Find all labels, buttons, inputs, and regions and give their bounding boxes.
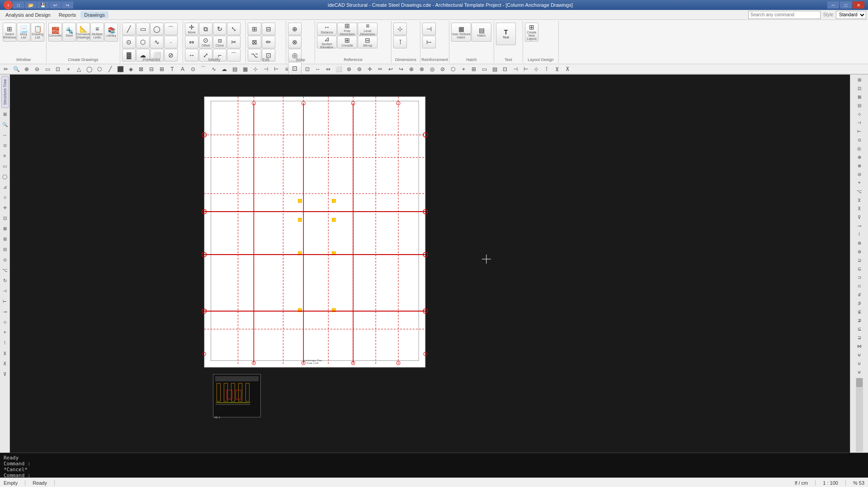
rt-23[interactable]: ⊆ [855, 265, 863, 273]
lsb-13[interactable]: ⊞ [0, 234, 9, 243]
prim-circle-btn[interactable]: ◯ [150, 23, 164, 35]
lsb-11[interactable]: ⊡ [0, 213, 9, 222]
t2-48[interactable]: ▤ [490, 65, 500, 74]
t2-38[interactable]: ↩ [386, 65, 396, 74]
t2-11[interactable]: ╱ [105, 65, 115, 74]
new-btn[interactable]: □ [13, 1, 24, 9]
rt-19[interactable]: ⊺ [855, 230, 863, 238]
t2-49[interactable]: ⊡ [500, 65, 510, 74]
rt-22[interactable]: ⊇ [855, 256, 863, 264]
undo-btn[interactable]: ↩ [49, 1, 61, 9]
prim-arc-btn[interactable]: ⌒ [164, 23, 178, 35]
t2-44[interactable]: ⬡ [448, 65, 458, 74]
hatch-btn[interactable]: ▤Hatch [472, 23, 491, 42]
t2-51[interactable]: ⊢ [521, 65, 531, 74]
t2-54[interactable]: ⊻ [552, 65, 562, 74]
lsb-20[interactable]: ⊸ [0, 307, 9, 316]
t2-36[interactable]: ✛ [365, 65, 375, 74]
rt-33[interactable]: ⊌ [855, 350, 863, 359]
open-btn[interactable]: 📂 [25, 1, 37, 9]
menu-analysis[interactable]: Analysis and Design [2, 11, 54, 19]
lsb-10[interactable]: ✛ [0, 203, 9, 212]
rt-20[interactable]: ⊛ [855, 239, 863, 247]
snap4-btn[interactable]: ⊡ [288, 62, 302, 75]
scale-btn[interactable]: ⤡ [227, 23, 241, 35]
lsb-23[interactable]: ⊺ [0, 338, 9, 347]
rt-6[interactable]: ⊣ [855, 118, 863, 127]
level-dimension-btn[interactable]: ≡LevelDimension [358, 23, 377, 35]
mirror-btn[interactable]: ⇔ [185, 36, 198, 48]
rt-34[interactable]: ⊍ [855, 359, 863, 367]
t2-39[interactable]: ↪ [396, 65, 406, 74]
t2-45[interactable]: ⌖ [458, 65, 468, 74]
rt-7[interactable]: ⊢ [855, 127, 863, 135]
rt-17[interactable]: ⊽ [855, 213, 863, 221]
redo-btn[interactable]: ↪ [61, 1, 73, 9]
t2-40[interactable]: ⊕ [406, 65, 416, 74]
trim-btn[interactable]: ✂ [227, 36, 241, 48]
create-new-layout-btn[interactable]: ⊞Create NewLayout [525, 23, 538, 42]
steel-btn[interactable]: 🔩Steel [62, 23, 76, 42]
rt-31[interactable]: ⊋ [855, 333, 863, 341]
rt-2[interactable]: ⊡ [855, 84, 863, 92]
t2-31[interactable]: ↔ [313, 65, 323, 74]
rt-3[interactable]: ⊠ [855, 93, 863, 101]
stirrup-btn[interactable]: ⊟Stirrup [358, 36, 377, 48]
crosstie-btn[interactable]: ⊞Crosstie [337, 36, 357, 48]
rt-11[interactable]: ⊗ [855, 161, 863, 170]
rt-8[interactable]: ⊙ [855, 136, 863, 144]
save-btn[interactable]: 💾 [37, 1, 49, 9]
t2-2[interactable]: 🔍 [11, 65, 21, 74]
lsb-8[interactable]: ⊿ [0, 182, 9, 191]
lsb-14[interactable]: ⊟ [0, 245, 9, 254]
lsb-21[interactable]: ⊹ [0, 317, 9, 326]
snap1-btn[interactable]: ⊕ [288, 23, 302, 35]
prim-rect-btn[interactable]: ▭ [136, 23, 150, 35]
prim-ellipse-btn[interactable]: ⊙ [122, 36, 136, 48]
user-defined-hatch-btn[interactable]: ▦User DefinedHatch [451, 23, 471, 42]
search-input[interactable] [748, 11, 821, 19]
lsb-25[interactable]: ⊼ [0, 359, 9, 368]
edit1-btn[interactable]: ⊞ [248, 23, 261, 35]
rt-12[interactable]: ⊘ [855, 170, 863, 178]
t2-9[interactable]: ◯ [84, 65, 94, 74]
rt-25[interactable]: ⊂ [855, 282, 863, 290]
edit3-btn[interactable]: ⊠ [248, 36, 261, 48]
t2-46[interactable]: ⊞ [469, 65, 479, 74]
t2-3[interactable]: ⊕ [22, 65, 32, 74]
lsb-1[interactable]: ⊞ [0, 109, 9, 118]
t2-4[interactable]: ⊖ [32, 65, 42, 74]
t2-35[interactable]: ⊚ [354, 65, 364, 74]
reinf2-btn[interactable]: ⊢ [422, 36, 436, 48]
rt-4[interactable]: ⊟ [855, 101, 863, 109]
rt-29[interactable]: ⊉ [855, 316, 863, 324]
t2-33[interactable]: ⬜ [334, 65, 344, 74]
lsb-2[interactable]: 🔍 [0, 120, 9, 129]
lsb-24[interactable]: ⊻ [0, 349, 9, 358]
lsb-17[interactable]: ↻ [0, 276, 9, 285]
rt-28[interactable]: ⊈ [855, 307, 863, 316]
lsb-3[interactable]: ↔ [0, 130, 9, 139]
rt-15[interactable]: ⊻ [855, 196, 863, 204]
story-list-btn[interactable]: 📃StoryList [17, 23, 30, 42]
lsb-6[interactable]: ▭ [0, 161, 9, 170]
minimize-btn[interactable]: ─ [827, 1, 839, 9]
rt-27[interactable]: ⊅ [855, 299, 863, 307]
rotate-btn[interactable]: ↻ [213, 23, 226, 35]
prim-line-btn[interactable]: ╱ [122, 23, 136, 35]
clone-btn[interactable]: ⧈Clone [213, 36, 226, 48]
rt-14[interactable]: ⌥ [855, 187, 863, 195]
t2-6[interactable]: ⊡ [53, 65, 63, 74]
rt-30[interactable]: ⊊ [855, 325, 863, 333]
t2-34[interactable]: ⊛ [344, 65, 354, 74]
copy-btn[interactable]: ⧉ [199, 23, 212, 35]
edit4-btn[interactable]: ✏ [262, 36, 275, 48]
offset-btn[interactable]: ⊙Offset [199, 36, 212, 48]
t2-43[interactable]: ⊘ [438, 65, 448, 74]
formwork-drawings-btn[interactable]: 📐FormworkDrawings [76, 23, 90, 42]
canvas-area[interactable]: Anchorage Plan Scale 1:100 AN. 1 [10, 75, 850, 453]
right-scrollbar-thumb[interactable] [856, 378, 863, 387]
move-btn[interactable]: ✛Move [185, 23, 198, 35]
lsb-4[interactable]: ⊙ [0, 141, 9, 150]
rt-24[interactable]: ⊃ [855, 273, 863, 281]
